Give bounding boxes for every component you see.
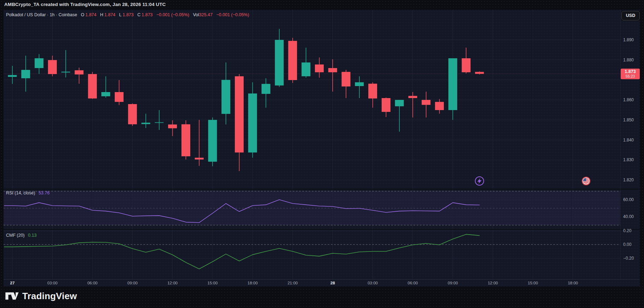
candle-body xyxy=(342,72,351,86)
rsi-legend: RSI (14, close) 53.76 xyxy=(6,191,49,195)
time-tick-label: 12:00 xyxy=(167,281,178,285)
chart-canvas[interactable]: 1.8901.8801.8601.8501.8401.8301.82060.00… xyxy=(0,0,644,308)
candle xyxy=(208,117,217,166)
open-value: 1.874 xyxy=(85,12,96,17)
candle xyxy=(221,62,230,125)
cmf-value: 0.13 xyxy=(28,233,36,238)
price-tick-label: 1.820 xyxy=(623,177,634,182)
volume-label: Vol xyxy=(193,12,199,17)
cmf-title-label: CMF (20) xyxy=(6,233,25,238)
tradingview-logo[interactable]: TradingView xyxy=(5,290,77,302)
high-value: 1.874 xyxy=(105,12,115,17)
candle-body xyxy=(275,40,284,85)
candle-body xyxy=(462,58,471,72)
candle xyxy=(262,78,270,108)
close-value: 1.873 xyxy=(142,12,153,17)
rsi-value: 53.76 xyxy=(38,191,49,195)
tradingview-published-chart: { "header": { "watermark": "AMBCrypto_TA… xyxy=(0,0,644,308)
candle-body xyxy=(422,100,430,105)
cmf-tick-label: 0.20 xyxy=(623,228,632,233)
cmf-line xyxy=(4,234,479,269)
candle xyxy=(35,54,43,74)
price-tick-label: 1.830 xyxy=(623,157,634,162)
change-value: −0.001 (−0.05%) xyxy=(156,12,189,17)
candle-body xyxy=(61,72,70,72)
currency-usd-button[interactable]: USD xyxy=(621,11,640,20)
candle-body xyxy=(168,125,177,128)
time-tick-label: 18:00 xyxy=(248,281,258,285)
last-price-value: 1.873 xyxy=(625,69,636,74)
candle-body xyxy=(195,158,204,159)
candle xyxy=(248,82,257,158)
candle xyxy=(8,66,17,84)
candle xyxy=(462,48,471,73)
time-tick-label: 03:00 xyxy=(47,281,58,285)
symbol-legend: Polkadot / US Dollar · 1h · Coinbase O1.… xyxy=(6,12,250,17)
candle-body xyxy=(21,70,30,78)
candle-body xyxy=(48,60,57,74)
candle xyxy=(75,68,84,84)
us-flag-marker-icon xyxy=(582,177,590,185)
candle xyxy=(355,76,364,98)
candle xyxy=(235,74,244,171)
time-tick-label: 27 xyxy=(10,281,15,285)
candle xyxy=(101,76,110,98)
cmf-tick-label: 0.00 xyxy=(623,242,632,247)
time-tick-label: 06:00 xyxy=(408,281,418,285)
candle xyxy=(195,120,204,166)
time-tick-label: 15:00 xyxy=(528,281,538,285)
candle xyxy=(88,72,97,99)
candle xyxy=(115,80,124,105)
candle-body xyxy=(8,75,17,77)
candle xyxy=(382,97,390,117)
open-label: O xyxy=(81,12,84,17)
tradingview-logo-text: TradingView xyxy=(22,291,77,302)
candle xyxy=(409,92,417,117)
candle-body xyxy=(155,122,163,123)
candle-body xyxy=(142,123,150,124)
rsi-tick-label: 40.00 xyxy=(623,214,634,219)
volume-change-value: −0.001 (−0.05%) xyxy=(216,12,249,17)
candle-body xyxy=(288,41,297,80)
volume-value: 325.47 xyxy=(199,12,213,17)
candle-body xyxy=(181,124,190,156)
tradingview-logo-icon xyxy=(5,290,19,302)
candle xyxy=(448,58,457,120)
candle-body xyxy=(475,72,484,74)
time-tick-label: 06:00 xyxy=(87,281,97,285)
candle-body xyxy=(355,82,364,86)
time-tick-label: 18:00 xyxy=(568,281,578,285)
rsi-title-label: RSI (14, close) xyxy=(6,191,35,195)
candle-body xyxy=(395,100,404,106)
candle-body xyxy=(368,84,377,98)
lightning-marker-icon xyxy=(475,177,484,185)
price-tick-label: 1.850 xyxy=(623,117,634,122)
price-tick-label: 1.860 xyxy=(623,97,634,102)
time-tick-label: 15:00 xyxy=(208,281,218,285)
price-tick-label: 1.890 xyxy=(623,37,634,42)
time-tick-label: 09:00 xyxy=(448,281,458,285)
candle-body xyxy=(128,104,137,124)
candle-body xyxy=(88,74,97,98)
candle-body xyxy=(382,98,390,112)
candle-body xyxy=(221,80,230,114)
candle-body xyxy=(409,96,417,98)
candle xyxy=(328,59,337,92)
candle xyxy=(48,56,57,76)
candle xyxy=(422,92,430,117)
candle-body xyxy=(248,93,257,152)
candle-body xyxy=(115,92,124,102)
close-label: C xyxy=(137,12,141,17)
candle xyxy=(315,58,324,78)
bar-countdown: 55:23 xyxy=(626,74,635,78)
candle-body xyxy=(315,65,324,72)
candle-body xyxy=(448,58,457,110)
low-label: L xyxy=(119,12,121,17)
price-axis[interactable]: 1.8901.8801.8601.8501.8401.8301.82060.00… xyxy=(621,37,640,261)
candle-body xyxy=(328,68,337,72)
rsi-tick-label: 60.00 xyxy=(623,197,634,202)
candle xyxy=(168,120,177,136)
time-axis[interactable]: 2703:0006:0009:0012:0015:0018:0021:00280… xyxy=(10,281,578,285)
candle-body xyxy=(235,76,244,152)
price-tick-label: 1.840 xyxy=(623,138,634,143)
